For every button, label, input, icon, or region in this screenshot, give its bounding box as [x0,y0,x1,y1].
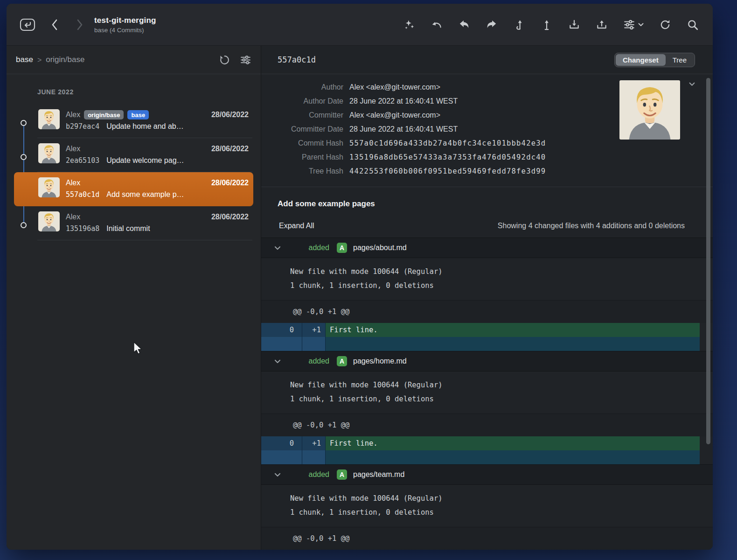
file-header[interactable]: added A pages/about.md [261,238,713,258]
discard-icon[interactable] [458,19,470,31]
commit-row-selected[interactable]: Alex 28/06/2022 557a0c1d Add some exampl… [14,172,253,206]
diff-block: 0 +1 First line. [261,323,700,351]
commit-author: Alex [66,179,80,187]
commit-message: Update welcome pag… [106,156,184,165]
old-line-number: 0 [261,323,302,337]
avatar [38,109,60,129]
breadcrumb-branch[interactable]: base [16,55,33,64]
undo-icon[interactable] [431,19,443,31]
compare-history-icon[interactable] [219,54,230,66]
avatar [38,177,60,197]
branch-badge-origin-base[interactable]: origin/base [84,110,124,119]
diff-added-line[interactable]: 0 +1 First line. [261,436,700,450]
collapse-chevron-icon[interactable] [274,359,281,364]
file-mode-line: New file with mode 100644 (Regular) [290,378,713,392]
diff-added-line[interactable]: 0 +1 First line. [261,323,700,337]
app-window: test-git-merging base (4 Commits) [7,4,713,550]
file-chunks-line: 1 chunk, 1 insertion, 0 deletions [290,505,713,519]
search-icon[interactable] [687,19,699,31]
diff-line-text: First line. [326,436,700,450]
commit-row[interactable]: Alex 28/06/2022 2ea65103 Update welcome … [14,138,253,172]
view-options-icon[interactable] [623,19,644,31]
commit-hash: b297eac4 [66,122,99,131]
repository-icon[interactable] [20,18,35,32]
file-status: added [281,357,329,365]
forward-chevron-icon[interactable] [76,19,83,30]
breadcrumb-separator: > [37,56,42,64]
commit-detail-panel: 557a0c1d Changeset Tree Author Alex <ale… [261,46,713,550]
meta-row: Parent Hash 135196a8db65e57433a3a7353fa4… [261,150,713,164]
diff-filler-line [261,337,700,351]
changed-files-summary: Showing 4 changed files with 4 additions… [498,222,685,230]
cherry-pick-icon[interactable] [513,19,525,31]
file-status: added [281,244,329,252]
file-header[interactable]: added A pages/home.md [261,351,713,371]
file-chunks-line: 1 chunk, 1 insertion, 0 deletions [290,279,713,293]
diff-filler-line [261,450,700,464]
chevron-down-icon [638,23,644,27]
tab-changeset[interactable]: Changeset [616,54,666,66]
commit-history-panel: base > origin/base [7,46,261,550]
author-avatar-large [619,80,680,140]
file-info: New file with mode 100644 (Regular) 1 ch… [261,485,713,527]
collapse-chevron-icon[interactable] [274,246,281,250]
repo-title: test-git-merging [94,16,156,25]
filter-options-icon[interactable] [240,54,251,66]
commit-message: Update home and ab… [106,122,183,131]
old-line-number: 0 [261,436,302,450]
file-section: added A pages/home.md New file with mode… [261,351,713,464]
file-header[interactable]: added A pages/team.md [261,464,713,485]
file-section: added A pages/team.md New file with mode… [261,464,713,550]
commit-date: 28/06/2022 [211,179,249,187]
detail-commit-hash: 557a0c1d [278,55,316,64]
commit-hash: 2ea65103 [66,156,99,165]
refresh-icon[interactable] [659,19,671,31]
new-line-number: +1 [302,436,326,450]
file-chunks-line: 1 chunk, 1 insertion, 0 deletions [290,392,713,406]
new-line-number: +1 [302,323,326,337]
file-status-badge: A [337,356,347,366]
commit-row[interactable]: Alex 28/06/2022 135196a8 Initial commit [14,206,253,240]
commit-message-title: Add some example pages [261,187,713,209]
breadcrumb: base > origin/base [7,46,261,74]
collapse-chevron-icon[interactable] [274,473,281,477]
commit-metadata: Author Alex <alex@git-tower.com> Author … [261,74,713,178]
titlebar: test-git-merging base (4 Commits) [7,4,713,46]
file-info: New file with mode 100644 (Regular) 1 ch… [261,258,713,300]
commit-hash: 135196a8 [66,224,99,233]
commit-list: JUNE 2022 Alex origin/base base 28/06/20… [7,74,261,550]
breadcrumb-remote-branch[interactable]: origin/base [46,55,84,64]
commit-date: 28/06/2022 [211,111,249,119]
back-chevron-icon[interactable] [51,19,58,30]
detail-header: 557a0c1d Changeset Tree [261,46,713,74]
avatar-options-chevron-icon[interactable] [689,82,695,86]
expand-all-button[interactable]: Expand All [279,222,314,230]
commit-date: 28/06/2022 [211,213,249,221]
tab-tree[interactable]: Tree [666,54,694,66]
month-section-header: JUNE 2022 [7,74,261,104]
publish-tray-icon[interactable] [596,19,608,31]
branch-badge-base[interactable]: base [127,110,149,119]
quick-actions-icon[interactable] [403,19,415,31]
file-status-badge: A [337,469,347,480]
mouse-cursor [132,342,143,357]
meta-row: Tree Hash 4422553f060b006f0951bed59469fe… [261,164,713,178]
commit-author: Alex [66,213,80,221]
file-path: pages/about.md [353,244,407,252]
view-mode-segmented-control: Changeset Tree [614,53,695,67]
vertical-scrollbar[interactable] [706,78,710,444]
file-section: added A pages/about.md New file with mod… [261,238,713,351]
commit-hash: 557a0c1d [66,190,99,199]
push-icon[interactable] [541,19,553,31]
diff-block: 0 +1 First line. [261,436,700,464]
commit-row[interactable]: Alex origin/base base 28/06/2022 b297eac… [14,104,253,138]
commit-author: Alex [66,111,80,119]
repo-subtitle: base (4 Commits) [94,27,156,34]
hunk-header: @@ -0,0 +1 @@ [261,300,713,323]
commit-date: 28/06/2022 [211,145,249,153]
diff-line-text: First line. [326,323,700,337]
file-path: pages/team.md [353,470,404,479]
file-mode-line: New file with mode 100644 (Regular) [290,491,713,505]
merge-icon[interactable] [486,19,498,31]
fetch-tray-icon[interactable] [568,19,580,31]
